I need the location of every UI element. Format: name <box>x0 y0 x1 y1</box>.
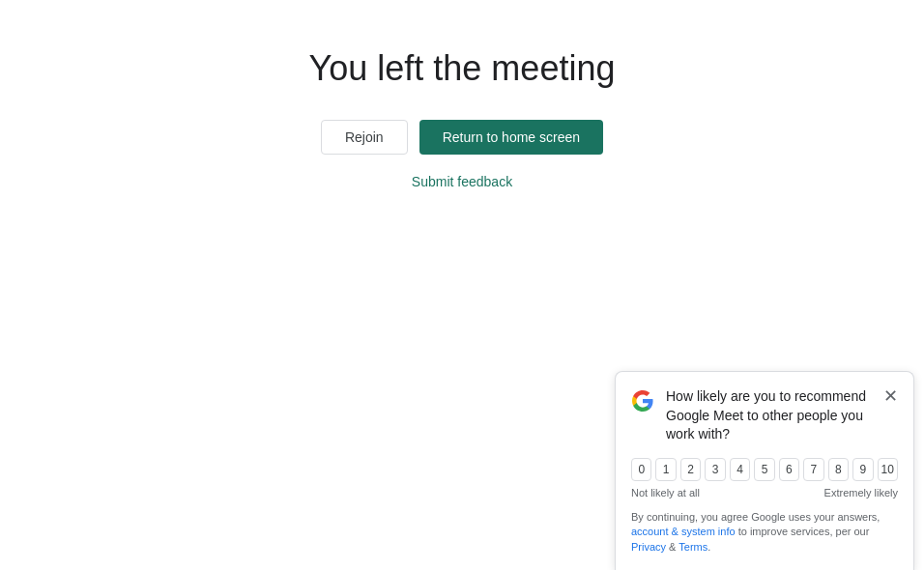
rating-button-4[interactable]: 4 <box>730 458 750 481</box>
rating-button-7[interactable]: 7 <box>803 458 823 481</box>
rating-labels: Not likely at all Extremely likely <box>631 487 898 499</box>
rating-button-2[interactable]: 2 <box>680 458 701 481</box>
not-likely-label: Not likely at all <box>631 487 700 499</box>
extremely-likely-label: Extremely likely <box>824 487 898 499</box>
rating-button-3[interactable]: 3 <box>705 458 725 481</box>
account-system-info-link[interactable]: account & system info <box>631 526 736 537</box>
rating-button-10[interactable]: 10 <box>878 458 898 481</box>
privacy-link[interactable]: Privacy <box>631 541 666 553</box>
rating-button-0[interactable]: 0 <box>631 458 651 481</box>
submit-feedback-button[interactable]: Submit feedback <box>412 174 512 189</box>
rating-button-1[interactable]: 1 <box>655 458 676 481</box>
footer-middle: to improve services, per our <box>736 526 870 537</box>
terms-link[interactable]: Terms <box>679 541 707 553</box>
footer-text: By continuing, you agree Google uses you… <box>631 511 880 523</box>
button-row: Rejoin Return to home screen <box>321 120 603 155</box>
survey-close-button[interactable]: ✕ <box>883 387 898 405</box>
footer-ampersand: & <box>666 541 679 553</box>
rating-button-9[interactable]: 9 <box>852 458 873 481</box>
survey-header: How likely are you to recommend Google M… <box>631 387 898 444</box>
rating-button-5[interactable]: 5 <box>754 458 774 481</box>
survey-card: How likely are you to recommend Google M… <box>615 371 914 570</box>
rating-button-8[interactable]: 8 <box>828 458 849 481</box>
return-to-home-button[interactable]: Return to home screen <box>419 120 603 155</box>
main-content: You left the meeting Rejoin Return to ho… <box>0 0 924 189</box>
survey-footer: By continuing, you agree Google uses you… <box>631 510 898 555</box>
rating-row: 012345678910 <box>631 458 898 481</box>
rejoin-button[interactable]: Rejoin <box>321 120 408 155</box>
survey-question: How likely are you to recommend Google M… <box>666 387 872 444</box>
page-title: You left the meeting <box>309 48 616 89</box>
footer-end: . <box>707 541 710 553</box>
google-logo-icon <box>631 389 654 413</box>
rating-button-6[interactable]: 6 <box>779 458 799 481</box>
